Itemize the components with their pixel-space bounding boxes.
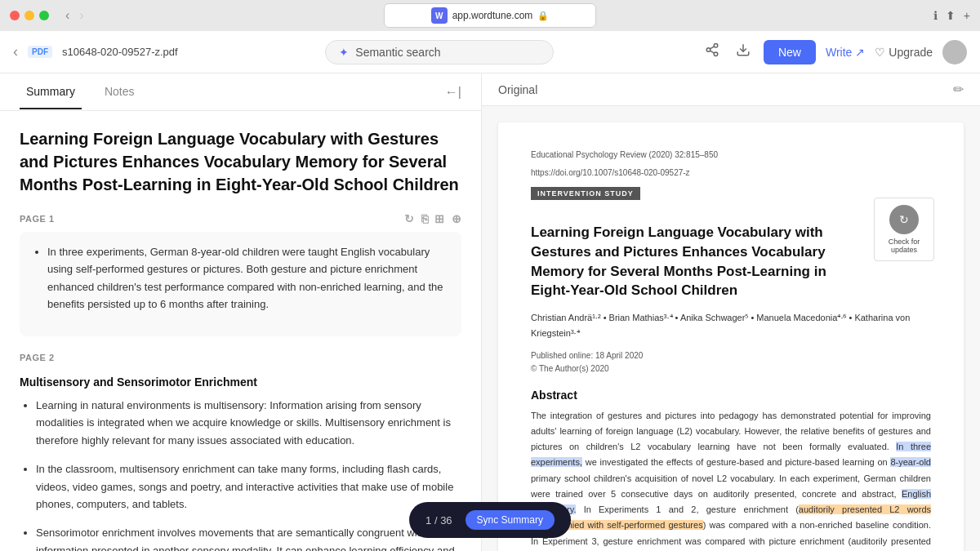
list-item: In the classroom, multisensory enrichmen…	[36, 460, 461, 513]
svg-point-2	[714, 52, 718, 56]
page2-label: PAGE 2	[20, 353, 461, 362]
section2-heading: Multisensory and Sensorimotor Enrichment	[20, 375, 461, 389]
original-label: Original	[498, 83, 537, 96]
intervention-badge: INTERVENTION STUDY	[531, 187, 640, 200]
edit-icon[interactable]: ✏	[953, 82, 964, 97]
add-tab-icon[interactable]: +	[964, 9, 970, 22]
share-icon[interactable]: ⬆	[946, 9, 956, 22]
pdf-abstract-text: The integration of gestures and pictures…	[531, 408, 931, 551]
page1-label: PAGE 1 ↻ ⎘ ⊞ ⊕	[20, 212, 461, 225]
right-panel: Original ✏ Educational Psychology Review…	[482, 73, 980, 551]
share-button[interactable]	[702, 39, 723, 64]
highlight-8-year-old: 8-year-old	[890, 457, 931, 467]
pdf-article-title: Learning Foreign Language Vocabulary wit…	[531, 223, 833, 300]
pdf-meta-doi: https://doi.org/10.1007/s10648-020-09527…	[531, 167, 931, 180]
page2-bullets: Learning in natural environments is mult…	[20, 397, 461, 551]
main-content: Summary Notes ←| Learning Foreign Langua…	[0, 73, 980, 551]
pdf-viewer[interactable]: Educational Psychology Review (2020) 32:…	[482, 106, 980, 551]
pdf-page: Educational Psychology Review (2020) 32:…	[498, 122, 964, 551]
minimize-window-button[interactable]	[24, 11, 34, 20]
nav-back-button[interactable]: ‹	[13, 43, 18, 60]
url-bar[interactable]: W app.wordtune.com 🔒	[384, 3, 596, 28]
bottom-bar: 1 / 36 Sync Summary	[409, 502, 571, 538]
expand-icon[interactable]: ⊞	[434, 212, 445, 225]
tab-notes[interactable]: Notes	[98, 75, 141, 109]
check-updates-box: ↻ Check for updates	[874, 198, 934, 261]
svg-point-0	[714, 44, 718, 48]
pdf-badge: PDF	[28, 46, 52, 58]
upgrade-button[interactable]: ♡ Upgrade	[875, 46, 933, 59]
forward-button[interactable]: ›	[76, 7, 87, 24]
left-scroll-content: Learning Foreign Language Vocabulary wit…	[0, 111, 481, 551]
pdf-published: Published online: 18 April 2020 © The Au…	[531, 349, 931, 375]
navbar: ‹ PDF s10648-020-09527-z.pdf ✦ Semantic …	[0, 31, 980, 73]
new-button[interactable]: New	[764, 40, 816, 64]
close-window-button[interactable]	[10, 11, 20, 20]
svg-line-3	[710, 51, 714, 53]
semantic-search-icon: ✦	[339, 46, 349, 59]
download-button[interactable]	[733, 39, 754, 64]
url-text: app.wordtune.com	[452, 10, 533, 21]
lock-icon: 🔒	[537, 11, 549, 21]
info-icon[interactable]: ℹ	[933, 9, 938, 22]
nav-right: New Write ↗ ♡ Upgrade	[702, 39, 967, 64]
page1-bullets: In three experiments, German 8-year-old …	[33, 243, 448, 313]
svg-point-1	[706, 48, 710, 52]
tab-summary[interactable]: Summary	[20, 75, 82, 109]
titlebar: ‹ › W app.wordtune.com 🔒 ℹ ⬆ +	[0, 0, 980, 31]
pdf-meta-journal: Educational Psychology Review (2020) 32:…	[531, 149, 931, 162]
semantic-search-bar[interactable]: ✦ Semantic search	[325, 40, 554, 64]
list-item: Sensorimotor enrichment involves movemen…	[36, 524, 461, 551]
traffic-lights	[10, 11, 49, 20]
page1-icons: ↻ ⎘ ⊞ ⊕	[404, 212, 461, 225]
svg-line-4	[710, 47, 714, 49]
page-counter: 1 / 36	[425, 514, 452, 527]
collapse-button[interactable]: ←|	[445, 85, 461, 100]
wordtune-logo: W	[431, 7, 448, 24]
highlight-in-three-experiments: In three experiments,	[531, 442, 931, 467]
list-item: In three experiments, German 8-year-old …	[47, 243, 448, 313]
pdf-abstract-title: Abstract	[531, 389, 931, 402]
pdf-filename: s10648-020-09527-z.pdf	[62, 46, 178, 58]
maximize-window-button[interactable]	[39, 11, 49, 20]
sync-summary-button[interactable]: Sync Summary	[466, 510, 555, 530]
page1-summary-card: In three experiments, German 8-year-old …	[20, 232, 461, 336]
back-button[interactable]: ‹	[62, 7, 73, 24]
write-button[interactable]: Write ↗	[826, 46, 865, 59]
semantic-search-label: Semantic search	[355, 46, 440, 59]
tabs-bar: Summary Notes ←|	[0, 73, 481, 111]
more-icon[interactable]: ⊕	[452, 212, 462, 225]
titlebar-actions: ℹ ⬆ +	[933, 9, 970, 22]
check-updates-icon: ↻	[889, 205, 919, 234]
left-panel: Summary Notes ←| Learning Foreign Langua…	[0, 73, 482, 551]
copy-icon[interactable]: ⎘	[421, 212, 429, 225]
regenerate-icon[interactable]: ↻	[404, 212, 415, 225]
list-item: Learning in natural environments is mult…	[36, 397, 461, 449]
highlight-auditorily-presented: auditorily pre­sented L2 words accompani…	[531, 504, 931, 530]
nav-center: ✦ Semantic search	[188, 40, 692, 64]
user-avatar[interactable]	[942, 40, 967, 64]
article-title: Learning Foreign Language Vocabulary wit…	[20, 127, 461, 196]
heart-icon: ♡	[875, 46, 885, 59]
right-header: Original ✏	[482, 73, 980, 106]
pdf-authors: Christian Andrä¹·² • Brian Mathias³·⁴ • …	[531, 310, 931, 340]
